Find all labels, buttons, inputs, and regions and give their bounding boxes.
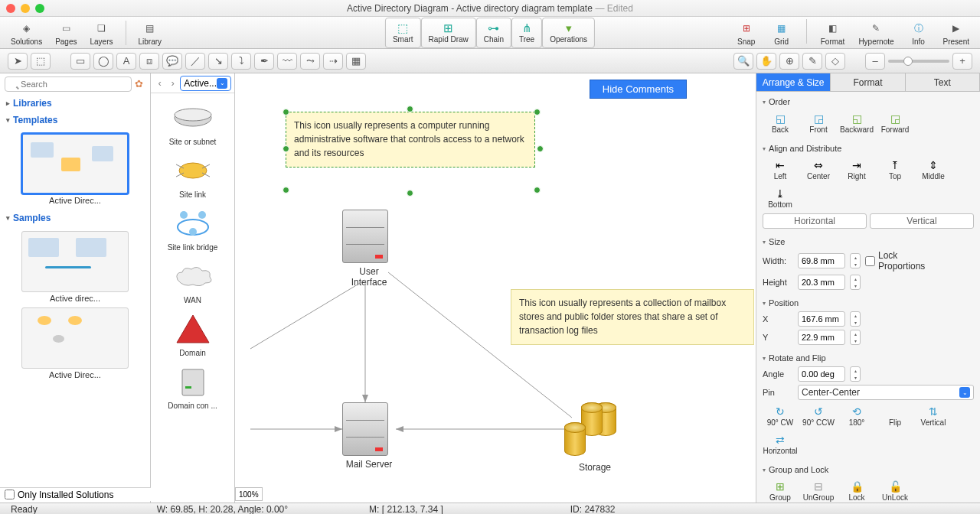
chain-button[interactable]: ⊶Chain xyxy=(476,18,511,48)
height-input[interactable] xyxy=(798,275,845,290)
info-button[interactable]: ⓘInfo xyxy=(902,19,936,46)
y-stepper[interactable]: ▴▾ xyxy=(850,330,861,345)
forward-button[interactable]: ◲Forward xyxy=(877,110,913,135)
samples-header[interactable]: Samples xyxy=(0,210,150,226)
text-tool[interactable]: A xyxy=(116,53,136,70)
distribute-v[interactable]: Vertical xyxy=(870,213,974,229)
smart-connector-tool[interactable]: ⇢ xyxy=(323,53,343,70)
stamp-tool[interactable]: ⊕ xyxy=(779,53,799,70)
solutions-button[interactable]: ◈Solutions xyxy=(5,19,48,46)
width-stepper[interactable]: ▴▾ xyxy=(850,253,861,268)
tab-format[interactable]: Format xyxy=(831,73,905,91)
align-section[interactable]: Align and Distribute xyxy=(763,142,974,155)
position-section[interactable]: Position xyxy=(763,296,974,310)
format-button[interactable]: ◧Format xyxy=(815,19,851,46)
flip-horizontal[interactable]: ⇄Horizontal xyxy=(763,431,798,457)
eyedropper-tool[interactable]: ✎ xyxy=(802,53,822,70)
back-button[interactable]: ◱Back xyxy=(763,110,798,135)
canvas[interactable]: Hide Comments This icon usually represen… xyxy=(235,73,756,503)
lock-proportions[interactable]: Lock Proportions xyxy=(865,250,896,272)
library-button[interactable]: ▤Library xyxy=(132,19,168,46)
unlock-button[interactable]: 🔓UnLock xyxy=(877,478,913,503)
x-stepper[interactable]: ▴▾ xyxy=(850,311,861,327)
height-stepper[interactable]: ▴▾ xyxy=(850,275,861,290)
flip-vertical[interactable]: ⇅Vertical xyxy=(916,403,951,428)
pen-tool[interactable]: ✒ xyxy=(254,53,274,70)
stencil-domain[interactable]: Domain xyxy=(151,307,234,360)
group-section[interactable]: Group and Lock xyxy=(763,463,974,477)
comment-2[interactable]: This icon usually represents a collectio… xyxy=(511,289,754,345)
stencil-wan[interactable]: WAN xyxy=(151,255,234,307)
order-section[interactable]: Order xyxy=(763,95,974,109)
stencil-forward-icon[interactable]: › xyxy=(167,76,178,90)
stencil-selector[interactable]: Active...⌄ xyxy=(180,76,231,91)
angle-stepper[interactable]: ▴▾ xyxy=(850,366,861,382)
smart-button[interactable]: ⬚Smart xyxy=(385,18,421,48)
rapid-draw-button[interactable]: ⊞Rapid Draw xyxy=(421,18,476,48)
hypernote-button[interactable]: ✎Hypernote xyxy=(852,19,900,46)
align-center[interactable]: ⇔Center xyxy=(801,157,836,182)
stencil-site-link-bridge[interactable]: Site link bridge xyxy=(151,202,234,255)
textbox-tool[interactable]: ⧈ xyxy=(139,53,159,70)
hide-comments-button[interactable]: Hide Comments xyxy=(590,80,687,99)
tree-button[interactable]: ⋔Tree xyxy=(511,18,542,48)
table-tool[interactable]: ▦ xyxy=(346,53,366,70)
angle-input[interactable] xyxy=(798,366,845,382)
grid-button[interactable]: ▦Grid xyxy=(765,19,799,46)
rotate-cw[interactable]: ↻90° CW xyxy=(763,403,798,428)
stencil-site-link[interactable]: Site link xyxy=(151,149,234,202)
y-input[interactable] xyxy=(798,330,845,345)
tab-text[interactable]: Text xyxy=(906,73,980,91)
stencil-back-icon[interactable]: ‹ xyxy=(154,76,165,90)
zoom-tool[interactable]: 🔍 xyxy=(733,53,753,70)
align-top[interactable]: ⤒Top xyxy=(877,157,913,182)
search-input[interactable] xyxy=(5,76,132,92)
connector-tool[interactable]: ⤳ xyxy=(300,53,320,70)
rotate-180[interactable]: ⟲180° xyxy=(839,403,874,428)
zoom-slider[interactable] xyxy=(888,60,949,63)
callout-tool[interactable]: 💬 xyxy=(162,53,182,70)
zoom-out-icon[interactable]: – xyxy=(865,53,885,70)
pointer-tool[interactable]: ➤ xyxy=(8,53,28,70)
arc-tool[interactable]: ⤵ xyxy=(231,53,251,70)
rect-tool[interactable]: ▭ xyxy=(70,53,90,70)
line-tool[interactable]: ／ xyxy=(185,53,205,70)
size-section[interactable]: Size xyxy=(763,235,974,249)
lock-button[interactable]: 🔒Lock xyxy=(839,478,874,503)
snap-button[interactable]: ⊞Snap xyxy=(730,19,763,46)
arrow-tool[interactable]: ↘ xyxy=(208,53,228,70)
operations-button[interactable]: ▾Operations xyxy=(542,18,595,48)
hand-tool[interactable]: ✋ xyxy=(756,53,776,70)
front-button[interactable]: ◲Front xyxy=(801,110,836,135)
select-tool[interactable]: ⬚ xyxy=(31,53,51,70)
node-user-interface[interactable]: User Interface xyxy=(342,210,396,278)
only-installed-checkbox[interactable]: Only Installed Solutions xyxy=(0,487,151,501)
tab-arrange[interactable]: Arrange & Size xyxy=(756,73,831,91)
group-button[interactable]: ⊞Group xyxy=(763,478,798,503)
spline-tool[interactable]: 〰 xyxy=(277,53,297,70)
sample-thumb-1[interactable] xyxy=(21,231,129,292)
align-bottom[interactable]: ⤓Bottom xyxy=(763,185,798,210)
templates-header[interactable]: Templates xyxy=(0,112,150,128)
favorite-icon[interactable]: ✿ xyxy=(135,78,145,90)
align-right[interactable]: ⇥Right xyxy=(839,157,874,182)
rotate-ccw[interactable]: ↺90° CCW xyxy=(801,403,836,428)
node-mail-server[interactable]: Mail Server xyxy=(342,402,396,471)
ungroup-button[interactable]: ⊟UnGroup xyxy=(801,478,836,503)
eraser-tool[interactable]: ◇ xyxy=(825,53,845,70)
pin-select[interactable]: Center-Center⌄ xyxy=(798,385,974,400)
template-thumb-1[interactable] xyxy=(21,133,129,194)
stencil-site-subnet[interactable]: Site or subnet xyxy=(151,96,234,149)
align-middle[interactable]: ⇕Middle xyxy=(916,157,951,182)
layers-button[interactable]: ❏Layers xyxy=(84,19,119,46)
rotate-section[interactable]: Rotate and Flip xyxy=(763,351,974,365)
width-input[interactable] xyxy=(798,253,845,268)
distribute-h[interactable]: Horizontal xyxy=(763,213,867,229)
present-button[interactable]: ▶Present xyxy=(937,19,975,46)
stencil-domain-controller[interactable]: Domain con ... xyxy=(151,360,234,413)
backward-button[interactable]: ◱Backward xyxy=(839,110,874,135)
x-input[interactable] xyxy=(798,311,845,327)
zoom-in-icon[interactable]: + xyxy=(952,53,972,70)
comment-1[interactable]: This icon usually represents a computer … xyxy=(286,112,535,168)
align-left[interactable]: ⇤Left xyxy=(763,157,798,182)
